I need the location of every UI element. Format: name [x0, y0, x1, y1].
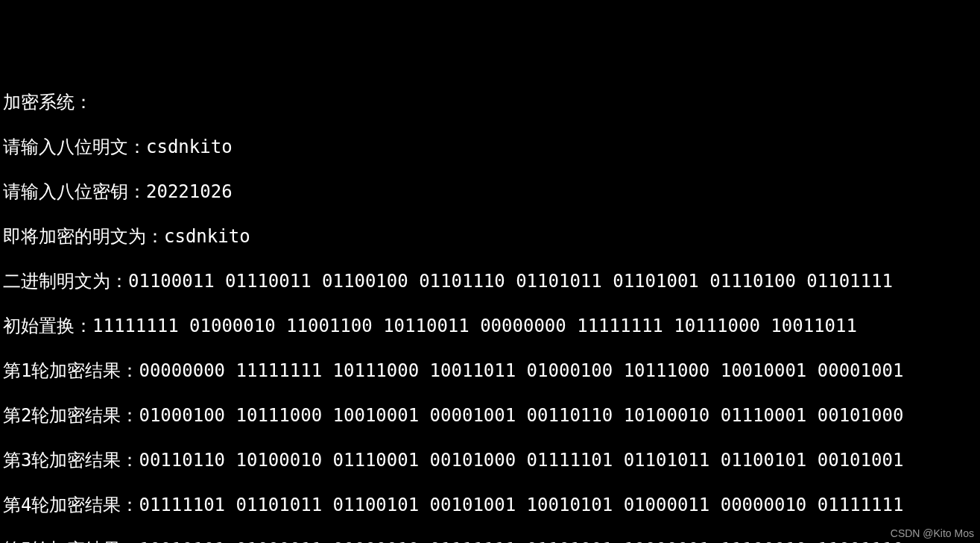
- round-line: 第1轮加密结果：00000000 11111111 10111000 10011…: [3, 360, 977, 382]
- binary-plaintext-line: 二进制明文为：01100011 01110011 01100100 011011…: [3, 270, 977, 292]
- round-line: 第4轮加密结果：01111101 01101011 01100101 00101…: [3, 494, 977, 516]
- initial-perm-line: 初始置换：11111111 01000010 11001100 10110011…: [3, 315, 977, 337]
- watermark-text: CSDN @Kito Mos: [891, 527, 974, 541]
- round-line: 第3轮加密结果：00110110 10100010 01110001 00101…: [3, 449, 977, 471]
- plaintext-prompt-line: 请输入八位明文：csdnkito: [3, 136, 977, 158]
- round-line: 第2轮加密结果：01000100 10111000 10010001 00001…: [3, 404, 977, 427]
- key-prompt-line: 请输入八位密钥：20221026: [3, 181, 977, 203]
- plaintext-echo-line: 即将加密的明文为：csdnkito: [3, 225, 977, 248]
- round-line: 第5轮加密结果：10010101 01000011 00000010 01111…: [3, 539, 977, 543]
- header-line: 加密系统：: [3, 91, 977, 113]
